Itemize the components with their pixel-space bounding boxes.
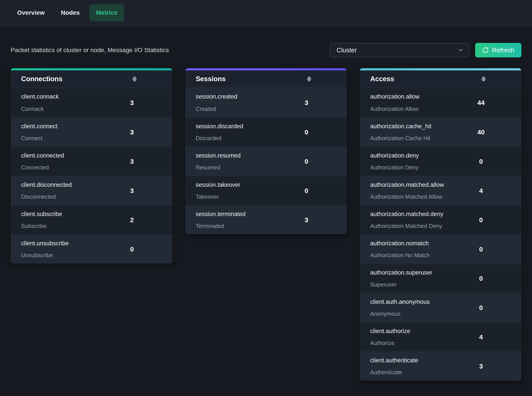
metric-value: 0	[479, 245, 483, 253]
metric-row-text: client.authorize Authorize	[360, 322, 440, 351]
metric-value: 3	[130, 99, 134, 106]
tab-nodes[interactable]: Nodes	[54, 4, 87, 21]
metrics-card-sessions: Sessions session.created Created 3 sessi…	[185, 68, 347, 234]
metric-key: client.connected	[21, 152, 91, 159]
metric-key: authorization.superuser	[370, 269, 440, 276]
card-header: Access	[360, 70, 521, 88]
card-header: Sessions	[185, 70, 347, 88]
metric-key: session.created	[196, 93, 266, 100]
sort-arrows-icon[interactable]	[481, 76, 486, 82]
metric-label: Authorization No Match	[370, 252, 440, 259]
sort-arrows-icon[interactable]	[132, 76, 137, 82]
metric-label: Unsubscribe	[21, 252, 91, 259]
metric-row: session.discarded Discarded 0	[185, 117, 347, 146]
refresh-icon	[482, 47, 489, 53]
metric-row-text: authorization.nomatch Authorization No M…	[360, 235, 440, 263]
metric-row-text: session.terminated Terminated	[185, 205, 266, 234]
metric-row: authorization.matched.allow Authorizatio…	[360, 176, 521, 205]
node-select-value: Cluster	[337, 47, 357, 54]
metric-value-col: 3	[91, 147, 172, 176]
metric-value-col: 3	[266, 205, 347, 234]
metric-key: client.authenticate	[370, 357, 440, 364]
refresh-button[interactable]: Refresh	[475, 43, 521, 58]
card-title: Access	[370, 75, 446, 83]
metric-row-text: authorization.cache_hit Authorization Ca…	[360, 118, 440, 146]
metric-value: 3	[305, 99, 308, 106]
metric-row-text: authorization.matched.deny Authorization…	[360, 205, 440, 234]
metric-value-col: 0	[266, 176, 347, 205]
metric-row: client.subscribe Subscribe 2	[11, 205, 172, 234]
metrics-page: Packet statistics of cluster or node, Me…	[0, 43, 532, 381]
metric-row-text: authorization.superuser Superuser	[360, 264, 440, 293]
metric-row-text: client.connected Connected	[11, 147, 91, 176]
metric-value: 0	[305, 187, 308, 194]
metric-row: authorization.allow Authorization Allow …	[360, 88, 521, 117]
metric-row-text: authorization.deny Authorization Deny	[360, 147, 440, 176]
metric-row-text: authorization.matched.allow Authorizatio…	[360, 176, 440, 205]
tab-label: Overview	[17, 9, 45, 16]
card-header-value-col	[271, 76, 347, 82]
metric-key: client.authorize	[370, 328, 440, 335]
metric-value: 0	[130, 245, 134, 253]
metric-value: 0	[305, 128, 308, 136]
metric-row-text: session.resumed Resumed	[185, 147, 266, 176]
metric-row-text: session.created Created	[185, 88, 266, 117]
metric-value-col: 44	[441, 88, 521, 117]
metrics-card-connections: Connections client.connack Connack 3 cli…	[11, 68, 172, 263]
tab-label: Metrics	[96, 9, 118, 16]
metric-value-col: 0	[441, 293, 521, 322]
metric-key: authorization.matched.allow	[370, 181, 440, 188]
metric-value-col: 0	[266, 118, 347, 146]
metric-value-col: 4	[441, 176, 521, 205]
metric-key: session.terminated	[196, 211, 266, 218]
metric-value: 4	[479, 187, 483, 194]
metric-value-col: 2	[91, 205, 172, 234]
top-nav: Overview Nodes Metrics	[0, 0, 532, 26]
metric-value: 3	[130, 187, 134, 194]
metric-key: session.takeover	[196, 181, 266, 188]
card-title: Sessions	[196, 75, 271, 83]
metric-row-text: client.unsubscribe Unsubscribe	[11, 235, 91, 263]
metric-label: Authorization Matched Allow	[370, 193, 440, 200]
tab-overview[interactable]: Overview	[11, 4, 51, 21]
metric-value-col: 0	[441, 264, 521, 293]
metric-label: Terminated	[196, 223, 266, 229]
metric-label: Connected	[21, 164, 91, 171]
metric-value: 2	[130, 216, 134, 224]
metric-value: 0	[479, 216, 483, 224]
node-select[interactable]: Cluster	[330, 43, 469, 58]
metric-row: client.connack Connack 3	[11, 88, 172, 117]
metric-value-col: 3	[91, 176, 172, 205]
metric-row: authorization.cache_hit Authorization Ca…	[360, 117, 521, 146]
metric-row-text: client.disconnected Disconnected	[11, 176, 91, 205]
metric-key: session.discarded	[196, 123, 266, 130]
metric-row-text: authorization.allow Authorization Allow	[360, 88, 440, 117]
metric-row-text: client.connack Connack	[11, 88, 91, 117]
metric-key: client.connack	[21, 93, 91, 100]
metric-label: Anonymous	[370, 310, 440, 317]
metric-row: client.auth.anonymous Anonymous 0	[360, 293, 521, 322]
metric-row-text: client.auth.anonymous Anonymous	[360, 293, 440, 322]
metric-value-col: 40	[441, 118, 521, 146]
sort-arrows-icon[interactable]	[307, 76, 312, 82]
metric-row-text: client.connect Connect	[11, 118, 91, 146]
metric-value: 3	[130, 158, 134, 165]
metric-key: client.subscribe	[21, 211, 91, 218]
metric-row: client.disconnected Disconnected 3	[11, 176, 172, 205]
metric-label: Connect	[21, 135, 91, 142]
metric-value-col: 0	[441, 235, 521, 263]
metric-key: authorization.nomatch	[370, 240, 440, 247]
metric-key: client.connect	[21, 123, 91, 130]
metric-label: Superuser	[370, 281, 440, 288]
metric-label: Disconnected	[21, 193, 91, 200]
metric-value-col: 3	[441, 352, 521, 381]
tab-metrics[interactable]: Metrics	[89, 4, 124, 21]
metric-key: client.disconnected	[21, 181, 91, 188]
metric-value: 40	[477, 128, 485, 136]
metric-row: client.unsubscribe Unsubscribe 0	[11, 234, 172, 263]
metric-key: session.resumed	[196, 152, 266, 159]
metric-value-col: 3	[91, 88, 172, 117]
metric-label: Authenticate	[370, 369, 440, 376]
refresh-label: Refresh	[492, 47, 514, 54]
metric-cards: Connections client.connack Connack 3 cli…	[11, 68, 521, 381]
